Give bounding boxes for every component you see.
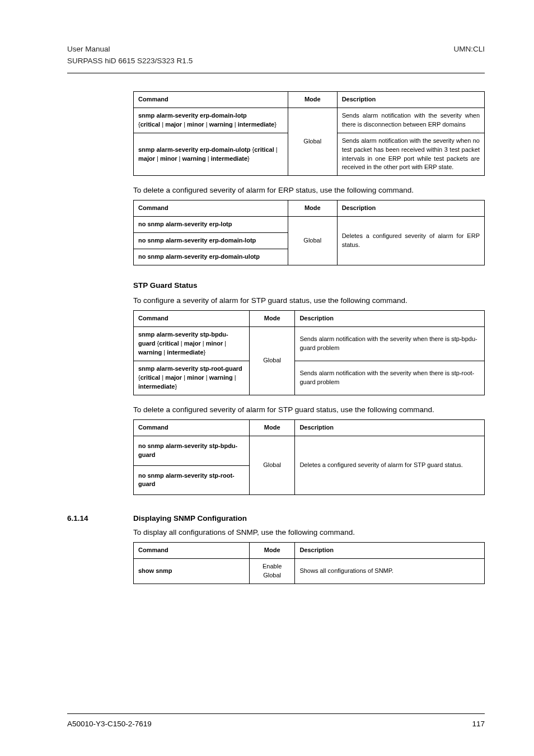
cmd-part: | [160,374,165,381]
cmd-part: snmp alarm-severity erp-domain-lotp [138,112,247,119]
paragraph: To delete a configured severity of alarm… [133,186,485,194]
cmd-part: warning [182,155,206,162]
th-command: Command [134,543,250,559]
table-row: snmp alarm-severity erp-domain-lotp {cri… [134,108,485,133]
mode-cell: Enable Global [249,559,295,584]
cmd-part: minor [160,155,177,162]
cmd-cell: show snmp [134,559,250,584]
cmd-part: critical [140,121,160,128]
header-left: User Manual SURPASS hiD 6615 S223/S323 R… [67,44,193,67]
cmd-part: warning [209,121,233,128]
th-mode: Mode [249,311,295,327]
th-description: Description [295,419,485,436]
section-heading-row: 6.1.14 Displaying SNMP Configuration [133,514,485,522]
th-description: Description [295,311,485,327]
th-mode: Mode [288,91,337,108]
table-header-row: Command Mode Description [134,311,485,327]
th-mode: Mode [249,419,295,436]
paragraph: To delete a configured severity of alarm… [133,405,485,414]
table-header-row: Command Mode Description [134,419,485,436]
cmd-part: | [155,155,160,162]
cmd-part: | [160,121,165,128]
paragraph: To display all configurations of SNMP, u… [133,528,485,536]
table-row: snmp alarm-severity stp-bpdu-guard {crit… [134,327,485,361]
footer-docid: A50010-Y3-C150-2-7619 [67,720,152,728]
cmd-part: | [182,121,187,128]
th-command: Command [134,200,288,217]
desc-cell: Shows all configurations of SNMP. [295,559,485,584]
cmd-cell: snmp alarm-severity stp-bpdu-guard {crit… [134,327,250,361]
mode-cell: Global [249,436,295,495]
cmd-part: critical [140,374,160,381]
cmd-part: minor [187,121,204,128]
mode-cell: Global [288,108,337,176]
page-header: User Manual SURPASS hiD 6615 S223/S323 R… [67,44,485,67]
th-description: Description [337,91,484,108]
th-command: Command [134,419,250,436]
cmd-part: critical [254,146,274,153]
footer-pagenum: 117 [472,720,485,728]
header-rule [67,73,485,73]
cmd-part: warning [209,374,233,381]
cmd-part: major [184,340,201,347]
cmd-cell: no snmp alarm-severity erp-domain-ulotp [134,249,288,265]
cmd-part: | [182,374,187,381]
cmd-part: | [233,121,238,128]
desc-cell: Deletes a configured severity of alarm f… [295,436,485,495]
cmd-part: snmp alarm-severity stp-root-guard [138,365,242,372]
th-description: Description [295,543,485,559]
cmd-cell: no snmp alarm-severity erp-lotp [134,217,288,233]
cmd-part: | [177,155,182,162]
th-mode: Mode [288,200,337,217]
cmd-part: major [138,155,155,162]
cmd-part: | [206,155,211,162]
cmd-part: } [175,383,177,390]
cmd-cell: no snmp alarm-severity stp-bpdu-guard [134,436,250,465]
stp-delete-table: Command Mode Description no snmp alarm-s… [133,419,485,496]
section-title: Displaying SNMP Configuration [133,514,247,522]
erp-delete-table: Command Mode Description no snmp alarm-s… [133,200,485,265]
cmd-part: | [201,340,206,347]
header-right: UMN:CLI [453,44,485,67]
section-heading-stp: STP Guard Status [133,281,485,290]
table-row: no snmp alarm-severity erp-lotp Global D… [134,217,485,233]
snmp-show-table: Command Mode Description show snmp Enabl… [133,542,485,584]
cmd-part: } [274,121,277,128]
cmd-part: snmp alarm-severity erp-domain-ulotp [138,146,251,153]
page-footer: A50010-Y3-C150-2-7619 117 [67,713,485,728]
cmd-cell: snmp alarm-severity stp-root-guard {crit… [134,361,250,395]
content-area: Command Mode Description snmp alarm-seve… [67,91,485,584]
mode-cell: Global [249,327,295,395]
th-command: Command [134,311,250,327]
erp-severity-table: Command Mode Description snmp alarm-seve… [133,91,485,176]
table-row: snmp alarm-severity stp-root-guard {crit… [134,361,485,395]
cmd-part: | [233,374,236,381]
cmd-part: } [204,349,206,356]
desc-cell: Sends alarm notification with the severi… [337,108,484,133]
cmd-cell: no snmp alarm-severity erp-domain-lotp [134,233,288,249]
cmd-part: intermediate [211,155,247,162]
section-number: 6.1.14 [67,514,133,522]
desc-cell: Sends alarm notification with the severi… [295,327,485,361]
cmd-part: intermediate [167,349,203,356]
product-line: SURPASS hiD 6615 S223/S323 R1.5 [67,55,193,67]
desc-cell: Sends alarm notification with the severi… [337,133,484,176]
desc-cell: Deletes a configured severity of alarm f… [337,217,484,265]
stp-severity-table: Command Mode Description snmp alarm-seve… [133,310,485,395]
cmd-part: | [223,340,226,347]
cmd-part: minor [206,340,223,347]
cmd-part: intermediate [238,121,274,128]
mode-value: Enable [263,563,282,570]
desc-cell: Sends alarm notification with the severi… [295,361,485,395]
table-header-row: Command Mode Description [134,543,485,559]
cmd-part: } [247,155,250,162]
mode-value: Global [263,572,281,578]
cmd-cell: no snmp alarm-severity stp-root-guard [134,465,250,495]
th-mode: Mode [249,543,295,559]
mode-cell: Global [288,217,337,265]
th-description: Description [337,200,484,217]
cmd-part: | [162,349,167,356]
cmd-part: warning [138,349,162,356]
cmd-part: intermediate [138,383,175,390]
cmd-part: | [274,146,278,153]
